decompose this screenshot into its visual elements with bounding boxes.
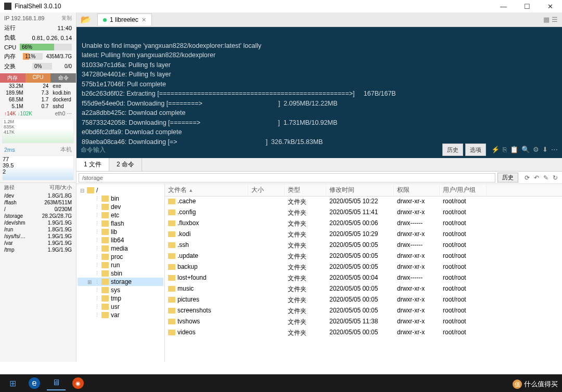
taskbar-ubuntu[interactable]: ◉	[69, 376, 87, 390]
history-button[interactable]: 历史	[442, 143, 463, 156]
process-row[interactable]: 5.1M0.7sshd	[0, 103, 76, 110]
file-row[interactable]: tvshows文件夹2020/05/05 11:38drwxr-xr-xroot…	[165, 317, 562, 328]
tree-node[interactable]: ⋮bin	[78, 194, 163, 203]
tree-node[interactable]: ⋮sbin	[78, 269, 163, 278]
copy-icon[interactable]: ⎘	[503, 145, 507, 155]
folder-icon	[168, 330, 175, 335]
sync-icon[interactable]: ↻	[553, 174, 558, 181]
taskbar-finalshell[interactable]: 🖥	[47, 376, 66, 390]
disk-row[interactable]: /sys/fs/…1.9G/1.9G	[0, 233, 76, 240]
file-list-header[interactable]: 文件名 ▲ 大小 类型 修改时间 权限 用户/用户组	[165, 184, 562, 197]
options-button[interactable]: 选项	[465, 143, 486, 156]
copy-ip-button[interactable]: 复制	[61, 15, 72, 22]
ip-label: IP 192.168.1.89	[4, 15, 44, 21]
file-row[interactable]: screenshots文件夹2020/05/05 00:05drwxr-xr-x…	[165, 306, 562, 317]
process-row[interactable]: 68.5M1.7dockerd	[0, 96, 76, 103]
tree-node[interactable]: ⋮media	[78, 244, 163, 253]
minimize-button[interactable]: —	[492, 0, 515, 12]
open-folder-icon[interactable]: 📂	[81, 15, 91, 24]
swap-label: 交换	[4, 62, 20, 70]
terminal-input[interactable]: 命令输入	[81, 145, 106, 155]
close-button[interactable]: ✕	[539, 0, 562, 12]
tree-node[interactable]: ⋮etc	[78, 211, 163, 219]
net-iface[interactable]: eth0 ⋯	[55, 111, 72, 116]
back-icon[interactable]: ↶	[534, 174, 539, 181]
file-row[interactable]: .kodi文件夹2020/05/05 10:29drwxr-xr-xroot/r…	[165, 229, 562, 240]
disk-row[interactable]: /run1.8G/1.9G	[0, 226, 76, 233]
ping-chart: 7739.52	[2, 155, 74, 180]
swap-value: 0/0	[65, 63, 72, 69]
download-icon[interactable]: ⬇	[542, 145, 548, 155]
file-row[interactable]: pictures文件夹2020/05/05 00:05drwxr-xr-xroo…	[165, 295, 562, 306]
process-row[interactable]: 189.9M7.3kodi.bin	[0, 89, 76, 96]
file-row[interactable]: .fluxbox文件夹2020/05/05 00:06drwx------roo…	[165, 218, 562, 229]
grid-view-icon[interactable]: ▦	[543, 16, 550, 23]
file-tabbar: 1 文件 2 命令	[76, 158, 562, 172]
refresh-icon[interactable]: ⟳	[525, 174, 530, 181]
tree-node[interactable]: ⋮tmp	[78, 294, 163, 303]
folder-icon	[168, 264, 175, 270]
folder-icon	[101, 220, 109, 227]
tree-node[interactable]: ⋮dev	[78, 203, 163, 211]
folder-icon	[168, 199, 175, 204]
directory-tree[interactable]: ⊟/ ⋮bin⋮dev⋮etc⋮flash⋮lib⋮lib64⋮media⋮pr…	[76, 184, 165, 362]
disk-row[interactable]: /var1.9G/1.9G	[0, 240, 76, 246]
file-row[interactable]: .cache文件夹2020/05/05 10:22drwxr-xr-xroot/…	[165, 197, 562, 207]
cpu-pct: 66%	[22, 44, 32, 50]
ping-host[interactable]: 本机	[60, 146, 72, 153]
tree-node[interactable]: ⋮lib64	[78, 236, 163, 244]
load-label: 负载	[4, 34, 16, 42]
taskbar-windows[interactable]: ⊞	[3, 376, 22, 390]
file-row[interactable]: lost+found文件夹2020/05/05 00:04drwx------r…	[165, 273, 562, 284]
disk-row[interactable]: /flash263M/511M	[0, 199, 76, 206]
tree-node[interactable]: ⋮lib	[78, 228, 163, 236]
disk-row[interactable]: /tmp1.9G/1.9G	[0, 246, 76, 253]
mem-pct: 11%	[25, 53, 35, 60]
file-row[interactable]: .ssh文件夹2020/05/05 00:05drwx------root/ro…	[165, 240, 562, 251]
folder-icon	[168, 220, 175, 226]
tree-node[interactable]: ⋮flash	[78, 219, 163, 228]
disk-row[interactable]: /dev/shm1.9G/1.9G	[0, 219, 76, 226]
tree-node[interactable]: ⋮run	[78, 261, 163, 269]
tree-node[interactable]: ⊞⋮storage	[78, 278, 163, 286]
disk-row[interactable]: /dev1.8G/1.8G	[0, 192, 76, 199]
file-row[interactable]: backup文件夹2020/05/05 00:05drwxr-xr-xroot/…	[165, 262, 562, 273]
file-row[interactable]: videos文件夹2020/05/05 00:05drwxr-xr-xroot/…	[165, 328, 562, 338]
gear-icon[interactable]: ⚙	[533, 145, 539, 155]
tree-node[interactable]: ⋮sys	[78, 286, 163, 294]
process-row[interactable]: 33.2M24exe	[0, 83, 76, 89]
sort-asc-icon: ▲	[188, 188, 193, 193]
tab-files[interactable]: 1 文件	[76, 158, 109, 171]
path-history-button[interactable]: 历史	[497, 173, 518, 182]
tab-label: 1 libreelec	[110, 16, 138, 23]
tree-node[interactable]: ⋮usr	[78, 303, 163, 311]
edit-icon[interactable]: ✎	[543, 174, 548, 181]
paste-icon[interactable]: 📋	[510, 145, 518, 155]
taskbar[interactable]: ⊞ e 🖥 ◉ 值什么值得买	[0, 374, 562, 392]
bolt-icon[interactable]: ⚡	[491, 145, 500, 155]
path-input[interactable]	[79, 173, 495, 182]
tab-commands[interactable]: 2 命令	[109, 158, 142, 171]
tree-root[interactable]: ⊟/	[78, 186, 163, 194]
uptime-label: 运行	[4, 24, 16, 32]
file-row[interactable]: .update文件夹2020/05/05 00:05drwxr-xr-xroot…	[165, 251, 562, 262]
close-tab-icon[interactable]: ✕	[142, 17, 146, 23]
folder-icon	[168, 286, 175, 292]
list-view-icon[interactable]: ☰	[552, 16, 558, 23]
file-row[interactable]: .config文件夹2020/05/05 11:41drwxr-xr-xroot…	[165, 207, 562, 218]
disk-row[interactable]: /0/230M	[0, 206, 76, 213]
maximize-button[interactable]: ☐	[515, 0, 539, 12]
disk-row[interactable]: /storage28.2G/28.7G	[0, 213, 76, 219]
mem-value: 435M/3.7G	[46, 54, 72, 59]
search-icon[interactable]: 🔍	[521, 145, 530, 155]
session-tab[interactable]: 1 libreelec ✕	[97, 14, 152, 25]
more-icon[interactable]: ⋯	[551, 145, 558, 155]
app-icon	[4, 3, 11, 10]
terminal[interactable]: Unable to find image 'yangxuan8282/kodex…	[76, 27, 562, 158]
taskbar-edge[interactable]: e	[25, 376, 44, 390]
tree-node[interactable]: ⋮var	[78, 311, 163, 319]
net-down: ↓102K	[18, 111, 32, 116]
file-row[interactable]: music文件夹2020/05/05 00:05drwxr-xr-xroot/r…	[165, 284, 562, 295]
cpu-label: CPU	[4, 44, 20, 50]
tree-node[interactable]: ⋮proc	[78, 253, 163, 261]
